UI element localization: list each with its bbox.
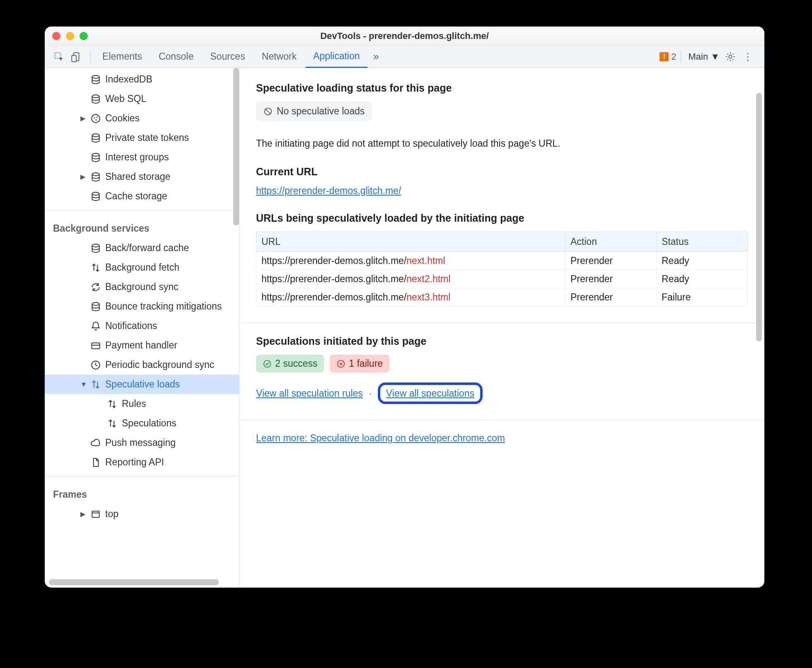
- sidebar-group-background-services: Background services: [45, 215, 239, 238]
- sidebar-item-label: Speculations: [122, 418, 176, 429]
- sidebar-item-web-sql[interactable]: Web SQL: [45, 89, 239, 109]
- caret-right-icon: ▶: [80, 510, 86, 518]
- sidebar-item-label: Background sync: [105, 281, 178, 293]
- table-header-action: Action: [566, 232, 657, 252]
- issues-badge-icon: !: [660, 52, 669, 61]
- no-loads-label: No speculative loads: [277, 106, 365, 117]
- sidebar-item-label: Web SQL: [105, 93, 146, 104]
- table-header-url: URL: [256, 232, 566, 252]
- status-note: The initiating page did not attempt to s…: [256, 137, 748, 150]
- chevron-down-icon: ▼: [710, 51, 720, 62]
- updown-icon: [90, 262, 101, 273]
- sidebar-scrollbar-horizontal[interactable]: [49, 579, 219, 585]
- sidebar-item-speculative-loads[interactable]: ▼Speculative loads: [45, 375, 239, 394]
- table-row[interactable]: https://prerender-demos.glitch.me/next3.…: [256, 288, 748, 307]
- settings-gear-icon[interactable]: [723, 49, 738, 64]
- url-cell: https://prerender-demos.glitch.me/next.h…: [256, 252, 566, 270]
- tab-sources[interactable]: Sources: [203, 46, 252, 68]
- tab-console[interactable]: Console: [151, 46, 201, 68]
- toolbar-divider: [681, 51, 681, 63]
- sidebar-item-shared-storage[interactable]: ▶Shared storage: [45, 167, 239, 186]
- sidebar-item-background-fetch[interactable]: Background fetch: [45, 258, 239, 277]
- target-selector[interactable]: Main ▼: [685, 51, 723, 62]
- sidebar-item-label: Private state tokens: [105, 132, 189, 143]
- caret-right-icon: ▶: [80, 114, 86, 122]
- sidebar-item-cookies[interactable]: ▶Cookies: [45, 109, 239, 128]
- device-toolbar-icon[interactable]: [69, 49, 84, 64]
- sidebar-item-cache-storage[interactable]: Cache storage: [45, 186, 239, 206]
- sidebar-item-speculations[interactable]: Speculations: [45, 414, 239, 433]
- issues-counter[interactable]: ! 2: [660, 51, 676, 62]
- tab-application[interactable]: Application: [306, 46, 367, 68]
- updown-icon: [107, 418, 118, 429]
- url-cell: https://prerender-demos.glitch.me/next3.…: [256, 288, 566, 307]
- minimize-window-button[interactable]: [66, 32, 74, 40]
- success-chip-label: 2 success: [275, 358, 317, 369]
- link-separator: ·: [369, 387, 372, 399]
- sidebar-group-frames: Frames: [45, 481, 239, 504]
- url-cell: https://prerender-demos.glitch.me/next2.…: [256, 270, 566, 288]
- application-sidebar[interactable]: IndexedDBWeb SQL▶CookiesPrivate state to…: [45, 68, 239, 588]
- sidebar-item-back-forward-cache[interactable]: Back/forward cache: [45, 238, 239, 258]
- window-title: DevTools - prerender-demos.glitch.me/: [45, 31, 764, 41]
- speculative-loads-panel: Speculative loading status for this page…: [239, 68, 764, 588]
- view-rules-link[interactable]: View all speculation rules: [256, 388, 363, 399]
- sidebar-item-bounce-tracking-mitigations[interactable]: Bounce tracking mitigations: [45, 297, 239, 316]
- content-scrollbar-vertical[interactable]: [756, 93, 762, 341]
- file-icon: [90, 457, 101, 468]
- table-row[interactable]: https://prerender-demos.glitch.me/next2.…: [256, 270, 748, 288]
- db-icon: [90, 133, 101, 143]
- sidebar-item-label: Bounce tracking mitigations: [105, 301, 222, 312]
- db-icon: [90, 94, 101, 104]
- sidebar-item-notifications[interactable]: Notifications: [45, 316, 239, 336]
- sidebar-item-label: Periodic background sync: [105, 359, 214, 370]
- sidebar-item-label: Cookies: [105, 113, 140, 124]
- sidebar-scrollbar-vertical[interactable]: [233, 68, 239, 225]
- db-icon: [90, 152, 101, 163]
- sidebar-item-label: Interest groups: [105, 152, 169, 163]
- speculations-heading: Speculations initiated by this page: [256, 335, 748, 347]
- sync-icon: [90, 282, 101, 293]
- check-circle-icon: [263, 359, 272, 368]
- current-url-heading: Current URL: [256, 166, 748, 178]
- learn-more-link[interactable]: Learn more: Speculative loading on devel…: [256, 433, 505, 443]
- action-cell: Prerender: [566, 270, 657, 288]
- updown-icon: [90, 379, 101, 390]
- ban-icon: [263, 107, 273, 116]
- updown-icon: [107, 399, 118, 409]
- sidebar-item-private-state-tokens[interactable]: Private state tokens: [45, 128, 239, 148]
- urls-heading: URLs being speculatively loaded by the i…: [256, 212, 748, 224]
- table-row[interactable]: https://prerender-demos.glitch.me/next.h…: [256, 252, 748, 270]
- action-cell: Prerender: [566, 288, 657, 307]
- window-controls: [52, 32, 88, 40]
- close-window-button[interactable]: [52, 32, 60, 40]
- panel-tabs: Elements Console Sources Network Applica…: [95, 46, 383, 68]
- sidebar-item-periodic-background-sync[interactable]: Periodic background sync: [45, 355, 239, 375]
- more-tabs-button[interactable]: »: [369, 50, 383, 63]
- db-icon: [90, 191, 101, 202]
- sidebar-item-label: Payment handler: [105, 340, 177, 351]
- sidebar-item-label: Push messaging: [105, 437, 176, 448]
- toolbar-divider: [90, 51, 91, 63]
- clock-icon: [90, 360, 101, 370]
- status-heading: Speculative loading status for this page: [256, 82, 748, 94]
- sidebar-item-background-sync[interactable]: Background sync: [45, 277, 239, 297]
- cookie-icon: [90, 113, 101, 124]
- tab-network[interactable]: Network: [254, 46, 304, 68]
- sidebar-item-rules[interactable]: Rules: [45, 394, 239, 414]
- sidebar-item-push-messaging[interactable]: Push messaging: [45, 433, 239, 453]
- sidebar-item-payment-handler[interactable]: Payment handler: [45, 336, 239, 355]
- more-options-icon[interactable]: ⋮: [740, 49, 755, 64]
- cloud-icon: [90, 438, 101, 448]
- current-url-link[interactable]: https://prerender-demos.glitch.me/: [256, 185, 401, 196]
- tab-elements[interactable]: Elements: [95, 46, 150, 68]
- sidebar-item-indexeddb[interactable]: IndexedDB: [45, 70, 239, 89]
- sidebar-item-interest-groups[interactable]: Interest groups: [45, 148, 239, 167]
- inspect-element-icon[interactable]: [51, 49, 66, 64]
- maximize-window-button[interactable]: [80, 32, 88, 40]
- sidebar-item-top[interactable]: ▶top: [45, 504, 239, 524]
- speculative-urls-table: URLActionStatus https://prerender-demos.…: [256, 232, 748, 307]
- sidebar-item-reporting-api[interactable]: Reporting API: [45, 453, 239, 472]
- sidebar-item-label: Rules: [122, 398, 146, 409]
- view-speculations-link[interactable]: View all speculations: [386, 388, 474, 399]
